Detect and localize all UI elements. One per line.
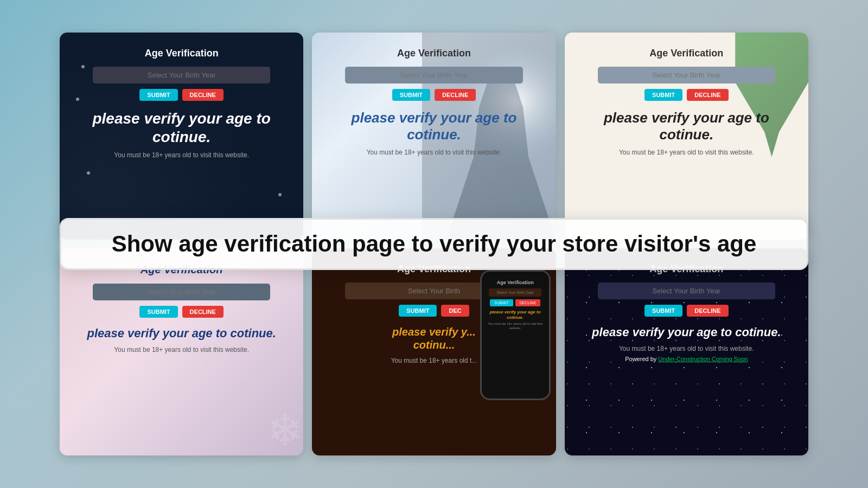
card-3-title: Age Verification bbox=[649, 48, 723, 59]
card-1-submit-button[interactable]: SUBMIT bbox=[139, 89, 177, 101]
card-4-btn-row: SUBMIT DECLINE bbox=[139, 306, 223, 318]
card-dark-space: Age Verification SUBMIT DECLINE please v… bbox=[565, 248, 808, 455]
powered-by-link[interactable]: Under-Construction Coming Soon bbox=[658, 356, 748, 362]
card-4-birth-year-input[interactable] bbox=[93, 284, 270, 300]
card-3-must-be-text: You must be 18+ years old to visit this … bbox=[619, 149, 754, 156]
banner-text: Show age verification page to verify you… bbox=[112, 231, 757, 256]
dot-decoration bbox=[81, 65, 85, 68]
card-1-title: Age Verification bbox=[145, 48, 219, 59]
card-6-btn-row: SUBMIT DECLINE bbox=[644, 305, 728, 317]
phone-must-text: You must be 18+ years old to visit this … bbox=[486, 322, 545, 331]
card-6-submit-button[interactable]: SUBMIT bbox=[644, 305, 682, 317]
dot-decoration bbox=[76, 98, 79, 101]
dot-decoration bbox=[278, 193, 282, 196]
card-dark-navy: Age Verification SUBMIT DECLINE please v… bbox=[60, 33, 303, 240]
card-3-birth-year-input[interactable] bbox=[598, 67, 775, 84]
card-2-btn-row: SUBMIT DECLINE bbox=[392, 89, 476, 101]
phone-title: Age Verification bbox=[497, 280, 534, 285]
card-4-must-be-text: You must be 18+ years old to visit this … bbox=[114, 346, 249, 354]
card-4-submit-button[interactable]: SUBMIT bbox=[139, 306, 177, 318]
dot-decoration bbox=[87, 171, 90, 175]
card-2-verify-text: please verify your age to cotinue. bbox=[323, 110, 545, 143]
card-3-submit-button[interactable]: SUBMIT bbox=[644, 89, 682, 101]
card-3-verify-text: please verify your age to cotinue. bbox=[576, 110, 797, 143]
card-light-bokeh: Age Verification SUBMIT DECLINE please v… bbox=[312, 33, 556, 240]
card-4-decline-button[interactable]: DECLINE bbox=[182, 306, 224, 318]
card-dark-brown: Age Verification SUBMIT DECLINE please v… bbox=[312, 248, 556, 455]
main-container: Age Verification SUBMIT DECLINE please v… bbox=[60, 33, 808, 455]
card-1-birth-year-input[interactable] bbox=[93, 67, 270, 84]
card-5-decline-button[interactable]: DEC bbox=[441, 305, 469, 317]
card-6-must-be-text: You must be 18+ years old to visit this … bbox=[619, 345, 754, 352]
card-1-must-be-text: You must be 18+ years old to visit this … bbox=[114, 151, 249, 159]
card-1-btn-row: SUBMIT DECLINE bbox=[139, 89, 223, 101]
card-2-must-be-text: You must be 18+ years old to visit this … bbox=[367, 149, 502, 156]
card-5-must-be-text: You must be 18+ years old t... bbox=[391, 357, 477, 364]
powered-by-prefix: Powered by bbox=[625, 356, 658, 362]
card-6-birth-year-input[interactable] bbox=[598, 282, 775, 299]
phone-verify-text: please verify your age to cotinue. bbox=[486, 310, 545, 320]
card-1-decline-button[interactable]: DECLINE bbox=[182, 89, 224, 101]
card-2-birth-year-input[interactable] bbox=[345, 67, 522, 84]
card-5-verify-text: please verify y...cotinu... bbox=[392, 325, 476, 351]
card-2-title: Age Verification bbox=[397, 48, 471, 59]
card-6-verify-text: please verify your age to cotinue. bbox=[592, 325, 781, 339]
card-3-decline-button[interactable]: DECLINE bbox=[687, 89, 728, 101]
card-2-decline-button[interactable]: DECLINE bbox=[435, 89, 476, 101]
powered-by: Powered by Under-Construction Coming Soo… bbox=[625, 356, 748, 362]
phone-mockup: Age Verification SUBMIT DECLINE please v… bbox=[480, 270, 551, 400]
card-3-btn-row: SUBMIT DECLINE bbox=[644, 89, 728, 101]
banner-overlay: Show age verification page to verify you… bbox=[60, 218, 808, 270]
card-6-decline-button[interactable]: DECLINE bbox=[687, 305, 728, 317]
card-5-submit-button[interactable]: SUBMIT bbox=[399, 305, 437, 317]
phone-btn-row: SUBMIT DECLINE bbox=[490, 299, 540, 306]
phone-birth-input[interactable] bbox=[489, 288, 541, 297]
card-5-btn-row: SUBMIT DEC bbox=[399, 305, 469, 317]
card-beige-palm: Age Verification SUBMIT DECLINE please v… bbox=[565, 33, 808, 240]
phone-decline-button[interactable]: DECLINE bbox=[515, 299, 540, 306]
card-4-verify-text: please verify your age to cotinue. bbox=[87, 326, 276, 341]
card-2-submit-button[interactable]: SUBMIT bbox=[392, 89, 430, 101]
card-1-verify-text: please verify your age to cotinue. bbox=[71, 110, 292, 146]
card-winter-pink: ❄ Age Verification SUBMIT DECLINE please… bbox=[60, 248, 303, 455]
phone-submit-button[interactable]: SUBMIT bbox=[490, 299, 513, 306]
